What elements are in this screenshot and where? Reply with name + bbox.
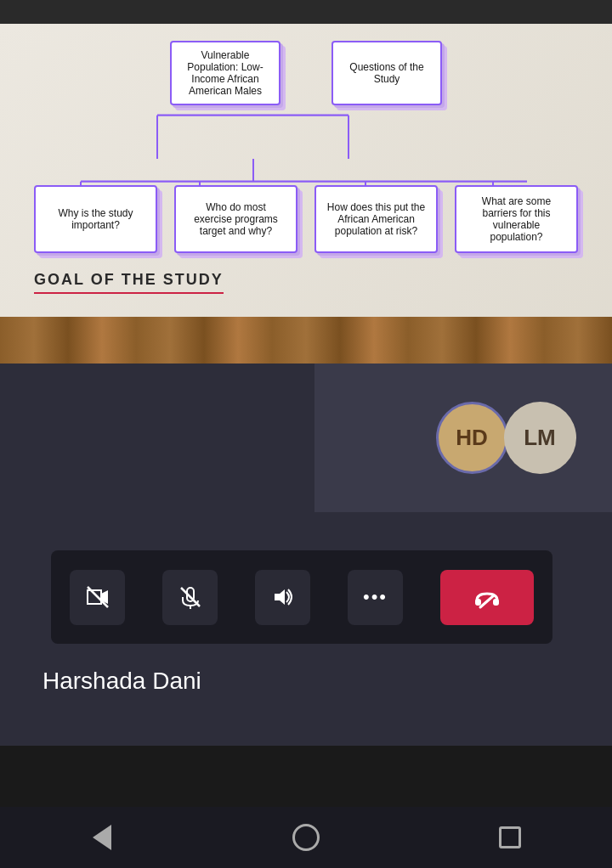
home-button[interactable] <box>280 812 332 863</box>
recents-button[interactable] <box>484 812 536 863</box>
more-options-button[interactable]: ••• <box>348 570 403 625</box>
speaker-icon <box>271 585 295 609</box>
box-vulnerable-population: Vulnerable Population: Low-Income Africa… <box>170 41 280 105</box>
avatar-lm: LM <box>504 402 576 474</box>
svg-rect-18 <box>493 599 499 606</box>
nav-bar <box>0 807 612 868</box>
controls-bar: ••• <box>51 550 552 644</box>
back-icon <box>93 825 111 850</box>
mic-off-icon <box>178 585 202 609</box>
slide-content: Vulnerable Population: Low-Income Africa… <box>0 24 612 313</box>
svg-rect-17 <box>475 599 481 606</box>
wooden-floor <box>0 317 612 364</box>
mic-toggle-button[interactable] <box>162 570 218 625</box>
caller-name: Harshada Dani <box>42 668 201 695</box>
top-row: Vulnerable Population: Low-Income Africa… <box>34 41 578 105</box>
recents-icon <box>499 826 521 848</box>
box-why-important: Why is the study important? <box>34 185 157 253</box>
goal-section: GOAL OF THE STUDY <box>34 271 578 294</box>
goal-title: GOAL OF THE STUDY <box>34 271 224 294</box>
presentation-area: Vulnerable Population: Low-Income Africa… <box>0 24 612 364</box>
diagram: Vulnerable Population: Low-Income Africa… <box>34 41 578 304</box>
status-bar <box>0 0 612 24</box>
video-off-icon <box>86 585 110 609</box>
speaker-button[interactable] <box>255 570 310 625</box>
box-exercise-programs: Who do most exercise programs target and… <box>174 185 298 253</box>
svg-marker-16 <box>275 589 285 605</box>
back-button[interactable] <box>76 812 128 863</box>
bottom-row: Why is the study important? Who do most … <box>34 185 578 253</box>
svg-line-19 <box>480 595 494 607</box>
video-toggle-button[interactable] <box>70 570 125 625</box>
more-icon: ••• <box>363 586 388 608</box>
participant-lm-tile: LM <box>468 364 612 512</box>
box-barriers: What are some barriers for this vulnerab… <box>455 185 578 253</box>
box-questions-study: Questions of the Study <box>332 41 442 105</box>
end-call-icon <box>473 583 501 611</box>
video-call-area: HD LM <box>0 364 612 746</box>
home-icon <box>292 824 320 851</box>
end-call-button[interactable] <box>440 570 534 625</box>
box-african-american-risk: How does this put the African American p… <box>314 185 438 253</box>
